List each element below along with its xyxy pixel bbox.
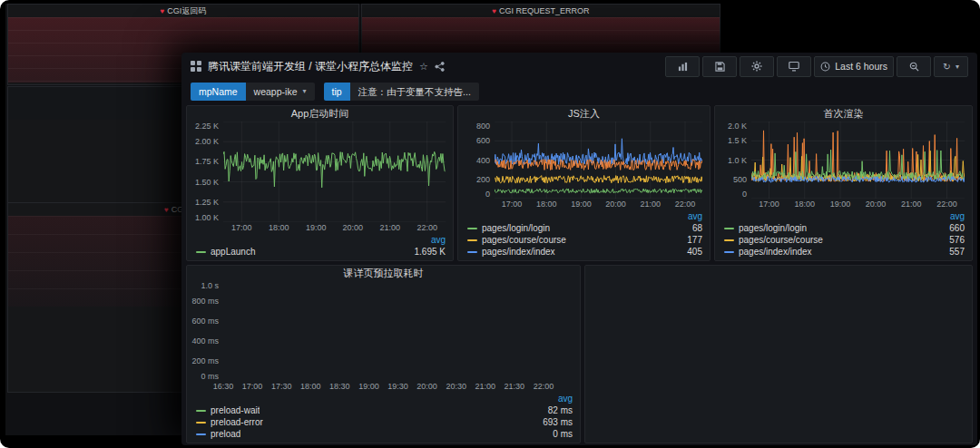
plot-area [223, 281, 573, 381]
y-tick-label: 0 [485, 190, 490, 199]
y-tick-label: 1.5 K [728, 136, 747, 145]
time-range-button[interactable]: Last 6 hours [814, 56, 894, 77]
x-tick-label: 22:00 [936, 200, 957, 209]
y-tick-label: 0 [742, 190, 747, 199]
panel-title[interactable]: ♥CGI REQUEST_ERROR [362, 5, 720, 17]
x-tick-label: 18:30 [329, 382, 350, 391]
y-tick-label: 1.0 s [201, 281, 219, 290]
monitor-icon [789, 61, 799, 72]
y-axis: 2.25 K2.00 K1.75 K1.50 K1.25 K1.00 K [187, 122, 223, 222]
legend-label: preload [211, 429, 240, 439]
x-tick-label: 19:00 [571, 200, 592, 209]
x-tick-label: 19:30 [387, 382, 408, 391]
legend-color-icon [467, 228, 477, 229]
share-icon[interactable] [435, 62, 445, 72]
legend-value: 68 [685, 223, 702, 233]
panel-first-render: 首次渲染2.0 K1.5 K1.0 K500017:0018:0019:0020… [714, 105, 973, 261]
dashboard-settings-button[interactable] [740, 56, 774, 77]
panel-row-2: 课详页预拉取耗时1.0 s800 ms600 ms400 ms200 ms0 m… [186, 265, 973, 443]
y-tick-label: 500 [733, 175, 747, 184]
cycle-view-button[interactable] [777, 56, 811, 77]
x-tick-label: 16:30 [213, 382, 234, 391]
variable-tip-label: tip [324, 83, 350, 101]
x-tick-label: 19:00 [306, 223, 327, 232]
screen: ♥CGI返回码 ♥CGI REQUEST_ERROR ♥CGI耗时 腾讯课堂前端… [0, 0, 980, 448]
panel-title[interactable]: JS注入 [458, 106, 710, 122]
legend-item[interactable]: pages/course/course177 [467, 234, 702, 246]
apps-grid-icon[interactable] [191, 61, 201, 72]
legend-label: pages/index/index [739, 247, 812, 257]
save-dashboard-button[interactable] [702, 56, 737, 77]
legend-avg-header: avg [196, 234, 446, 246]
legend-item[interactable]: pages/login/login660 [724, 222, 965, 234]
add-panel-icon [678, 62, 688, 72]
x-axis: 17:0018:0019:0020:0021:0022:00 [495, 199, 702, 210]
grafana-dashboard-window: 腾讯课堂前端开发组 / 课堂小程序总体监控 ☆ Last 6 hou [181, 53, 977, 445]
legend-item[interactable]: preload0 ms [196, 428, 573, 440]
legend-label: pages/course/course [482, 235, 566, 245]
plot-area [495, 122, 702, 199]
panel-title[interactable]: App启动时间 [187, 106, 453, 122]
legend-color-icon [467, 251, 477, 253]
legend-label: preload-error [211, 417, 263, 427]
legend-value: 1.695 K [407, 247, 446, 257]
legend-item[interactable]: appLaunch1.695 K [196, 246, 446, 258]
add-panel-button[interactable] [665, 56, 700, 77]
legend-value: 576 [942, 235, 965, 245]
alert-heart-icon: ♥ [164, 206, 169, 214]
time-range-label: Last 6 hours [835, 61, 887, 72]
legend-label: pages/login/login [482, 223, 550, 233]
chart-canvas[interactable] [223, 122, 446, 222]
legend-item[interactable]: pages/login/login68 [467, 222, 702, 234]
x-axis: 17:0018:0019:0020:0021:0022:00 [751, 199, 965, 210]
clock-icon [820, 62, 830, 72]
legend: avgpages/login/login68pages/course/cours… [458, 210, 710, 260]
star-icon[interactable]: ☆ [419, 61, 428, 73]
legend-label: preload-wait [211, 405, 260, 415]
zoom-out-button[interactable] [897, 56, 931, 77]
legend-color-icon [724, 228, 734, 229]
legend-value: 82 ms [541, 405, 573, 415]
dashboard-panels: App启动时间2.25 K2.00 K1.75 K1.50 K1.25 K1.0… [181, 103, 977, 445]
variable-mpname-dropdown[interactable]: weapp-ike▾ [246, 83, 315, 101]
x-axis: 16:3017:0017:3018:0018:3019:0019:3020:00… [223, 381, 573, 393]
panel-row-1: App启动时间2.25 K2.00 K1.75 K1.50 K1.25 K1.0… [186, 105, 973, 261]
legend-label: pages/login/login [739, 223, 807, 233]
y-axis: 8006004002000 [458, 122, 495, 199]
panel-title[interactable]: 课详页预拉取耗时 [187, 266, 580, 281]
panel-app-launch-time: App启动时间2.25 K2.00 K1.75 K1.50 K1.25 K1.0… [186, 105, 454, 261]
dashboard-title[interactable]: 腾讯课堂前端开发组 / 课堂小程序总体监控 [208, 59, 413, 74]
y-tick-label: 600 ms [191, 317, 219, 326]
chart-canvas[interactable] [495, 122, 702, 199]
legend-color-icon [196, 433, 206, 435]
y-tick-label: 1.00 K [195, 213, 219, 222]
variable-tip: tip 注意：由于变量不支持告... [324, 83, 479, 101]
legend-item[interactable]: preload-error693 ms [196, 416, 573, 428]
legend-item[interactable]: pages/course/course576 [724, 234, 965, 246]
x-tick-label: 20:00 [605, 200, 626, 209]
panel-title[interactable]: 首次渲染 [715, 106, 972, 122]
x-tick-label: 20:30 [446, 382, 467, 391]
gear-icon [751, 61, 762, 72]
legend-color-icon [196, 422, 206, 424]
x-tick-label: 20:00 [343, 223, 364, 232]
y-tick-label: 200 [476, 175, 490, 184]
panel-title[interactable]: ♥CGI返回码 [8, 5, 358, 17]
x-tick-label: 18:00 [269, 223, 289, 232]
zoom-out-icon [909, 62, 919, 72]
legend-item[interactable]: pages/index/index405 [467, 246, 702, 258]
legend-label: appLaunch [211, 247, 256, 257]
refresh-button[interactable]: ↻ ▾ [934, 56, 968, 77]
legend-avg-header: avg [724, 210, 965, 222]
y-tick-label: 0 ms [201, 372, 219, 381]
plot-area [223, 122, 446, 222]
x-tick-label: 17:00 [242, 382, 263, 391]
legend-item[interactable]: preload-wait82 ms [196, 404, 573, 416]
y-tick-label: 400 ms [191, 336, 219, 346]
header-toolbar: Last 6 hours ↻ ▾ [665, 56, 968, 77]
legend-item[interactable]: pages/index/index557 [724, 246, 965, 258]
panel-title-text: CGI返回码 [167, 6, 206, 15]
variable-mpname: mpName weapp-ike▾ [191, 83, 315, 101]
panel-body: 8006004002000 [458, 122, 710, 199]
chart-canvas[interactable] [751, 122, 965, 199]
